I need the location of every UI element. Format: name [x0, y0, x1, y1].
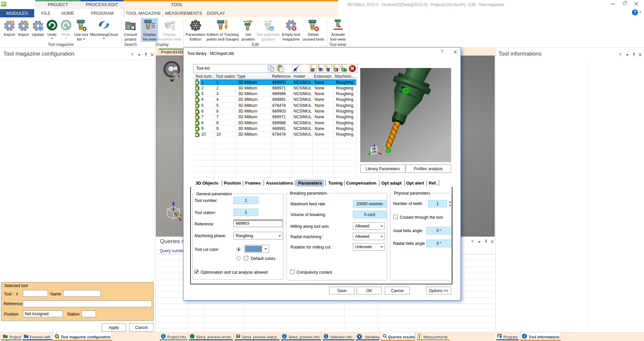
svg-text:A: A: [271, 27, 273, 30]
svg-text:?: ?: [313, 69, 315, 72]
